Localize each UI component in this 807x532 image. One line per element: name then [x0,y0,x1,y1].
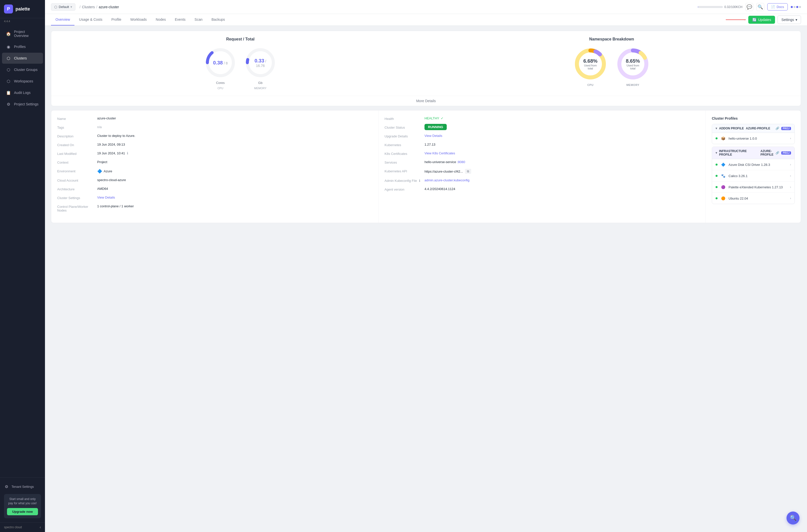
tab-backups[interactable]: Backups [207,14,230,25]
logo-text: palette [16,6,30,12]
link-icon[interactable]: 🔗 [775,127,779,130]
cpu-pct: 6.68% [582,58,599,64]
agent-version-label: Agent version [384,187,425,191]
profile-item-chevron-icon: › [790,163,791,166]
services-port[interactable]: :8080 [457,160,465,164]
kubeconfig-info-icon[interactable]: ℹ [419,179,420,183]
kubernetes-api-value: https://azure-cluster-cf42... ⧉ [425,169,471,174]
memory-donut-container: 8.65% Used from total MEMORY [615,46,650,87]
addon-profile-header[interactable]: ▾ ADDON PROFILE AZURE-PROFILE 🔗 PROJ [712,124,794,133]
breadcrumb-clusters[interactable]: Clusters [82,5,95,9]
tab-workloads[interactable]: Workloads [126,14,151,25]
profile-item[interactable]: 🔷 Azure Disk CSI Driver 1.28.3 › [712,159,794,170]
sidebar-item-project-overview[interactable]: 🏠 Project Overview [2,27,43,41]
content-area: Request / Total 0.38 / [45,26,807,532]
tags-label: Tags [57,125,97,129]
package-icon: 📦 [720,135,726,141]
sidebar-item-audit-logs[interactable]: 📋 Audit Logs [2,87,43,98]
infra-profile-type: INFRASTRUCTURE PROFILE [719,149,758,156]
sidebar-item-project-settings[interactable]: ⚙ Project Settings [2,99,43,110]
info-row-kubernetes: Kubernetes 1.27.13 [384,142,699,147]
cluster-name-value: azure-cluster [97,116,116,120]
memory-donut: 8.65% Used from total [615,46,650,81]
workspace-selector[interactable]: ⬡ Default ▾ [51,3,75,11]
chat-icon-button[interactable]: 💬 [745,3,753,11]
tab-overview[interactable]: Overview [51,14,74,25]
infra-profile-tag: PROJ [781,151,791,155]
sidebar-item-workspaces[interactable]: ⬡ Workspaces [2,76,43,87]
upgrade-now-button[interactable]: Upgrade now [7,508,38,515]
clusters-icon: ⬡ [6,56,11,61]
cpu-donut-label: CPU [587,83,594,87]
tab-nodes[interactable]: Nodes [151,14,170,25]
cpu-label: Cores [216,81,225,85]
architecture-value: AMD64 [97,187,108,191]
cluster-info-card: Name azure-cluster Tags n/a Description … [51,110,801,223]
created-on-label: Created On [57,142,97,147]
sidebar-logo[interactable]: P palette [0,0,45,18]
cluster-status-label: Cluster Status [384,125,425,129]
sidebar-item-label: Clusters [14,56,27,60]
infra-profile-header[interactable]: ▾ INFRASTRUCTURE PROFILE AZURE-PROFILE 🔗… [712,147,794,159]
memory-pct: 8.65% [624,58,642,64]
copy-api-button[interactable]: ⧉ [465,169,471,174]
profile-item[interactable]: 🟣 Palette eXtended Kubernetes 1.27.13 › [712,182,794,193]
search-fab-button[interactable]: 🔍 [787,512,800,525]
tab-events[interactable]: Events [170,14,190,25]
control-plane-value: 1 control-plane / 1 worker [97,204,134,208]
upgrade-box: Start small and only pay for what you us… [4,494,41,518]
created-on-value: 19 Jun 2024, 09:13 [97,142,125,146]
kubeconfig-link[interactable]: admin.azure-cluster.kubeconfig [425,178,469,182]
usage-text: 0.32/100KCH [724,5,742,9]
settings-button[interactable]: Settings ▾ [777,16,801,24]
profile-item[interactable]: 📦 hello-universe 1.0.0 › [712,133,794,144]
info-icon[interactable]: ℹ [127,151,128,155]
profile-item-name: Azure Disk CSI Driver 1.28.3 [729,163,788,167]
cluster-settings-link[interactable]: View Details [97,195,115,199]
upgrade-text: Start small and only pay for what you us… [7,497,38,506]
tab-scan[interactable]: Scan [190,14,207,25]
running-badge: RUNNING [425,124,447,130]
infra-profile-name: AZURE-PROFILE [761,149,773,156]
info-row-environment: Environment 🔷 Azure [57,169,372,174]
profile-status-dot [716,175,717,177]
info-row-description: Description Cluster to deploy to Azure. [57,134,372,138]
memory-sublabel: MEMORY [254,87,266,90]
home-icon: 🏠 [6,31,11,36]
description-value: Cluster to deploy to Azure. [97,134,135,138]
app-version: 4.4.4 [0,18,45,24]
sidebar-item-tenant-settings[interactable]: ⚙ Tenant Settings [4,481,41,492]
k8s-certs-link[interactable]: View K8s Certificates [425,151,455,155]
tab-usage-costs[interactable]: Usage & Costs [74,14,107,25]
sidebar-item-profiles[interactable]: ◉ Profiles [2,41,43,52]
admin-kubeconfig-label: Admin Kubeconfig File ℹ [384,178,425,183]
sidebar-collapse-button[interactable]: ‹ [40,525,41,530]
azure-disk-icon: 🔷 [720,162,726,168]
docs-button[interactable]: 📄 Docs [767,3,788,11]
cpu-value: 0.38 [213,60,223,65]
search-icon-button[interactable]: 🔍 [756,3,764,11]
info-row-upgrade: Upgrade Details View Details [384,134,699,138]
addon-profile-type: ADDON PROFILE [719,127,744,130]
profile-item[interactable]: 🟠 Ubuntu 22.04 › [712,193,794,204]
info-section: Name azure-cluster Tags n/a Description … [51,110,801,223]
workspaces-icon: ⬡ [6,79,11,84]
sidebar-item-label: Workspaces [14,79,33,83]
cpu-gauge-value: 0.38 / 8 [213,60,228,66]
sidebar-item-label: Project Settings [14,102,38,106]
sidebar-item-clusters[interactable]: ⬡ Clusters [2,53,43,64]
upgrade-details-link[interactable]: View Details [425,134,442,138]
info-left-column: Name azure-cluster Tags n/a Description … [51,110,378,223]
addon-profile-name: AZURE-PROFILE [746,127,773,130]
palette-k8s-icon: 🟣 [720,184,726,190]
link-icon[interactable]: 🔗 [775,151,779,155]
more-details-button[interactable]: More Details [51,96,801,106]
sidebar-item-cluster-groups[interactable]: ⬡ Cluster Groups [2,64,43,75]
profile-item[interactable]: 🐾 Calico 3.26.1 › [712,170,794,182]
tab-profile[interactable]: Profile [107,14,126,25]
dot [791,6,793,8]
ubuntu-icon: 🟠 [720,195,726,201]
dot [799,6,801,8]
updates-button[interactable]: 🔄 Updates [748,16,775,24]
info-row-control-plane: Control Plane/Worker Nodes 1 control-pla… [57,204,372,212]
